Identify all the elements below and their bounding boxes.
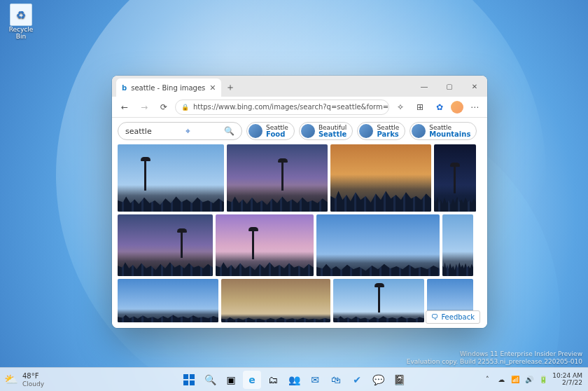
image-result[interactable] (118, 144, 224, 212)
chat-app[interactable]: 💬 (369, 371, 387, 389)
read-aloud-icon[interactable]: ✧ (392, 99, 409, 116)
taskbar-apps: 🔍 ▣ e 🗂 👥 ✉ 🛍 ✔ 💬 📓 (180, 371, 408, 389)
windows-watermark: Windows 11 Enterprise Insider Preview Ev… (407, 350, 582, 366)
search-query: seattle (125, 127, 152, 136)
clock-date: 2/7/22 (552, 380, 582, 387)
extensions-icon[interactable]: ⊞ (412, 99, 428, 116)
recycle-bin[interactable]: ♻ Recycle Bin (4, 4, 38, 40)
system-tray[interactable]: ˄ ☁ 📶 🔊 🔋 10:24 AM 2/7/22 (482, 373, 588, 387)
weather-cond: Cloudy (22, 380, 44, 387)
image-result[interactable] (118, 279, 218, 322)
bing-icon: b (122, 84, 127, 92)
onenote-app[interactable]: 📓 (390, 371, 408, 389)
store-app[interactable]: 🛍 (327, 371, 345, 389)
minimize-button[interactable]: ― (412, 76, 437, 97)
taskbar: ⛅ 48°FCloudy 🔍 ▣ e 🗂 👥 ✉ 🛍 ✔ 💬 📓 ˄ ☁ 📶 🔊… (0, 367, 588, 391)
start-button[interactable] (180, 371, 198, 389)
desktop: ♻ Recycle Bin Windows 11 Enterprise Insi… (0, 0, 588, 391)
forward-button[interactable]: → (136, 99, 153, 116)
image-result[interactable] (330, 144, 431, 212)
image-result[interactable] (216, 214, 314, 276)
image-result[interactable] (316, 214, 440, 276)
back-button[interactable]: ← (116, 99, 133, 116)
favorites-icon[interactable]: ✿ (431, 99, 448, 116)
svg-rect-1 (190, 374, 195, 379)
image-results (112, 144, 487, 328)
titlebar[interactable]: b seattle - Bing images ✕ ＋ ― ▢ ✕ (112, 76, 487, 97)
close-tab-icon[interactable]: ✕ (209, 83, 216, 92)
recycle-bin-label: Recycle Bin (4, 26, 38, 40)
new-tab-button[interactable]: ＋ (221, 78, 239, 97)
chip-thumb (248, 124, 262, 138)
weather-widget[interactable]: ⛅ 48°FCloudy (0, 372, 44, 387)
page-content: seattle ⌖ 🔍 SeattleFood BeautifulSeattle… (112, 118, 487, 328)
profile-avatar[interactable] (451, 101, 463, 114)
url-field[interactable]: 🔒 https://www.bing.com/images/search?q=s… (175, 100, 389, 115)
chip-thumb (301, 124, 315, 138)
image-result[interactable] (118, 214, 213, 276)
image-result[interactable] (333, 279, 424, 322)
chip-thumb (359, 124, 373, 138)
explorer-app[interactable]: 🗂 (264, 371, 282, 389)
feedback-button[interactable]: 🗨 Feedback (426, 310, 480, 324)
related-chips: SeattleFood BeautifulSeattle SeattlePark… (246, 122, 477, 140)
url-text: https://www.bing.com/images/search?q=sea… (193, 103, 389, 111)
weather-temp: 48°F (22, 372, 38, 380)
svg-rect-3 (190, 380, 195, 385)
browser-window: b seattle - Bing images ✕ ＋ ― ▢ ✕ ← → ⟳ … (112, 76, 487, 328)
image-result[interactable] (442, 214, 473, 276)
chip-seattle-mountains[interactable]: SeattleMountains (410, 122, 477, 140)
chip-beautiful-seattle[interactable]: BeautifulSeattle (299, 122, 354, 140)
teams-app[interactable]: 👥 (285, 371, 303, 389)
search-input[interactable]: seattle ⌖ 🔍 (118, 122, 242, 140)
svg-rect-2 (183, 380, 188, 385)
more-menu-button[interactable]: ⋯ (466, 99, 483, 116)
volume-icon[interactable]: 🔊 (524, 376, 534, 383)
battery-icon[interactable]: 🔋 (538, 376, 548, 383)
image-result[interactable] (221, 279, 330, 322)
chip-thumb (412, 124, 426, 138)
todo-app[interactable]: ✔ (348, 371, 366, 389)
feedback-label: Feedback (441, 313, 475, 321)
browser-tab[interactable]: b seattle - Bing images ✕ (116, 78, 221, 97)
weather-icon: ⛅ (4, 373, 18, 386)
clock[interactable]: 10:24 AM 2/7/22 (552, 373, 582, 387)
chip-seattle-parks[interactable]: SeattleParks (357, 122, 405, 140)
visual-search-icon[interactable]: ⌖ (186, 126, 190, 136)
task-view-button[interactable]: ▣ (222, 371, 240, 389)
search-icon[interactable]: 🔍 (224, 126, 234, 136)
close-window-button[interactable]: ✕ (462, 76, 487, 97)
image-result[interactable] (434, 144, 476, 212)
tray-chevron-icon[interactable]: ˄ (482, 376, 492, 383)
image-result[interactable] (227, 144, 328, 212)
onedrive-icon[interactable]: ☁ (496, 376, 506, 383)
edge-app[interactable]: e (243, 371, 261, 389)
maximize-button[interactable]: ▢ (437, 76, 462, 97)
feedback-icon: 🗨 (431, 313, 438, 321)
refresh-button[interactable]: ⟳ (155, 99, 172, 116)
lock-icon: 🔒 (181, 104, 189, 111)
tab-title: seattle - Bing images (131, 84, 205, 92)
outlook-app[interactable]: ✉ (306, 371, 324, 389)
chip-seattle-food[interactable]: SeattleFood (246, 122, 295, 140)
search-button[interactable]: 🔍 (201, 371, 219, 389)
svg-rect-0 (183, 374, 188, 379)
network-icon[interactable]: 📶 (510, 376, 520, 383)
address-bar: ← → ⟳ 🔒 https://www.bing.com/images/sear… (112, 97, 487, 118)
recycle-bin-icon: ♻ (10, 4, 32, 26)
